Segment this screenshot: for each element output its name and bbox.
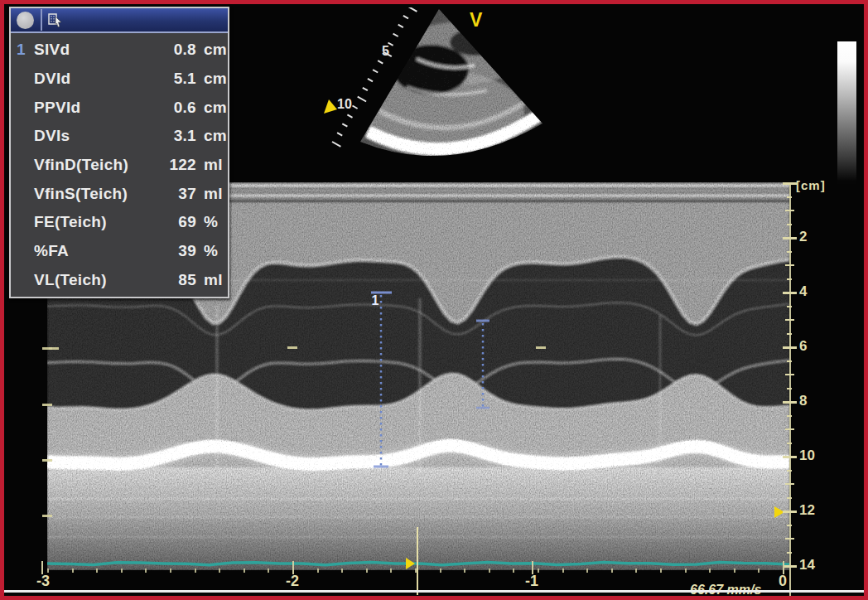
ruler-tick bbox=[536, 346, 546, 349]
ruler-tick bbox=[513, 569, 514, 573]
panel-menu-button[interactable] bbox=[17, 12, 34, 29]
active-row-marker: 1 bbox=[12, 41, 34, 59]
measurement-results-panel: 1 SIVd 0.8 cm DVId 5.1 cm PPVId 0.6 cm D… bbox=[9, 7, 229, 298]
panel-header bbox=[11, 8, 228, 33]
ruler-tick bbox=[787, 497, 792, 499]
ruler-tick bbox=[787, 443, 792, 444]
ruler-tick bbox=[366, 569, 368, 573]
ruler-tick bbox=[785, 210, 794, 211]
ruler-tick bbox=[72, 569, 74, 573]
ruler-tick bbox=[785, 264, 794, 266]
ruler-tick bbox=[787, 224, 792, 225]
sweep-cursor[interactable] bbox=[417, 527, 418, 595]
caliper-tool-icon[interactable] bbox=[47, 12, 64, 28]
ruler-tick bbox=[42, 515, 52, 517]
ruler-tick bbox=[268, 569, 269, 573]
ruler-tick bbox=[49, 347, 59, 350]
ruler-tick bbox=[611, 569, 613, 573]
depth-ruler-unit: [cm] bbox=[796, 178, 826, 192]
measurement-row: %FA 39 % bbox=[12, 238, 226, 265]
ruler-tick bbox=[685, 569, 687, 573]
ultrasound-screen: 1 bbox=[0, 0, 868, 600]
depth-label: 6 bbox=[799, 338, 829, 355]
ruler-tick bbox=[787, 415, 792, 417]
ruler-tick bbox=[783, 182, 797, 185]
ruler-tick bbox=[783, 292, 797, 294]
ruler-tick bbox=[785, 483, 794, 485]
sector-ruler-tick bbox=[353, 106, 358, 109]
ruler-tick bbox=[785, 374, 794, 375]
sweep-cursor-arrow-icon bbox=[406, 558, 415, 569]
ruler-tick bbox=[783, 237, 797, 240]
grayscale-bar bbox=[837, 41, 856, 184]
depth-label: 12 bbox=[799, 502, 829, 519]
sector-focus-triangle-icon bbox=[324, 99, 337, 114]
ruler-tick bbox=[787, 360, 792, 362]
ruler-tick bbox=[785, 538, 794, 540]
sector-ruler-tick bbox=[403, 16, 408, 18]
ruler-tick bbox=[783, 456, 797, 458]
ruler-tick bbox=[787, 525, 792, 526]
depth-ruler-line bbox=[789, 182, 791, 598]
ruler-tick bbox=[783, 346, 797, 349]
reference-2d-image: 5 10 bbox=[317, 7, 557, 173]
ruler-tick bbox=[96, 569, 98, 573]
sector-depth-mark-10: 10 bbox=[337, 97, 352, 111]
sector-ruler-tick bbox=[393, 34, 398, 36]
ruler-tick bbox=[783, 401, 797, 404]
ruler-tick bbox=[783, 565, 797, 568]
measurement-row: FE(Teich) 69 % bbox=[12, 209, 226, 236]
sector-ruler-tick bbox=[368, 79, 373, 82]
measurement-row: DVIs 3.1 cm bbox=[12, 123, 226, 150]
caliper-1-label: 1 bbox=[372, 293, 379, 307]
sector-ruler-tick bbox=[337, 133, 342, 136]
ruler-tick bbox=[440, 569, 441, 573]
ruler-tick bbox=[785, 428, 794, 430]
ruler-tick bbox=[390, 569, 392, 573]
sector-depth-mark-5: 5 bbox=[382, 44, 389, 58]
ruler-tick bbox=[219, 569, 220, 573]
ruler-tick bbox=[489, 569, 490, 573]
ruler-tick bbox=[785, 319, 794, 321]
ruler-tick bbox=[787, 278, 792, 280]
sector-ruler-tick bbox=[332, 142, 340, 147]
sector-ruler-tick bbox=[398, 25, 403, 28]
depth-label: 2 bbox=[799, 229, 829, 245]
ruler-tick bbox=[787, 388, 792, 390]
sector-ruler-tick bbox=[363, 88, 368, 90]
ruler-tick bbox=[244, 569, 245, 573]
measurement-row: PPVId 0.6 cm bbox=[12, 94, 226, 121]
sector-ruler-tick bbox=[342, 123, 347, 126]
ruler-tick bbox=[121, 569, 123, 573]
ruler-tick bbox=[42, 459, 52, 462]
sector-echo-layers bbox=[350, 7, 549, 173]
ruler-tick bbox=[562, 569, 564, 573]
sector-ruler-tick bbox=[378, 60, 383, 63]
ruler-tick bbox=[787, 306, 792, 307]
ruler-tick bbox=[787, 333, 792, 335]
bottom-frame-line bbox=[4, 590, 864, 593]
sector-ruler-tick bbox=[358, 97, 366, 102]
sector-ruler-tick bbox=[373, 70, 378, 72]
ruler-tick bbox=[42, 404, 52, 406]
ruler-tick bbox=[783, 510, 797, 513]
ruler-tick bbox=[586, 569, 588, 573]
depth-label: 4 bbox=[799, 283, 829, 300]
time-label: -2 bbox=[286, 573, 299, 590]
time-label: -1 bbox=[525, 573, 538, 590]
ruler-tick bbox=[287, 346, 297, 349]
ruler-tick bbox=[145, 569, 147, 573]
measurement-list: 1 SIVd 0.8 cm DVId 5.1 cm PPVId 0.6 cm D… bbox=[12, 35, 226, 295]
ruler-tick bbox=[341, 569, 343, 573]
sector-ruler-tick bbox=[347, 114, 352, 117]
time-label: -3 bbox=[36, 573, 50, 590]
ruler-tick bbox=[195, 569, 196, 573]
ruler-tick bbox=[787, 196, 792, 198]
ruler-tick bbox=[317, 569, 319, 573]
ruler-tick bbox=[787, 552, 792, 554]
ruler-tick bbox=[635, 569, 637, 573]
ruler-tick bbox=[709, 569, 711, 573]
depth-label: 8 bbox=[799, 393, 829, 409]
measurement-row: VL(Teich) 85 ml bbox=[12, 266, 226, 293]
ruler-tick bbox=[464, 569, 465, 573]
